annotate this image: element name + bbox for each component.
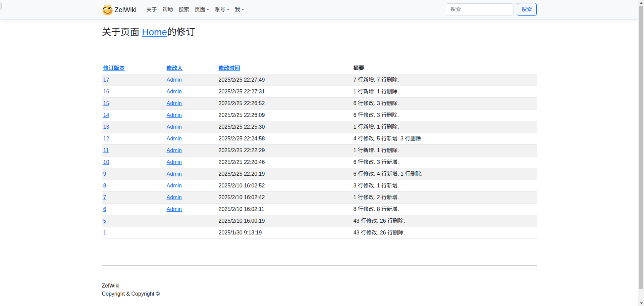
user-cell: Admin	[165, 74, 217, 86]
revision-cell: 8	[102, 180, 165, 191]
user-link[interactable]: Admin	[167, 89, 182, 94]
navbar-menu-item: 我	[232, 3, 247, 16]
revision-link[interactable]: 15	[103, 100, 109, 106]
revision-table: 修订版本 修改人 修改时间 摘要 17 Admin 2025/2/25 22:2…	[102, 62, 537, 239]
revision-row: 8 Admin 2025/2/10 16:02:52 3 行修改. 1 行新增.	[102, 180, 537, 191]
revision-row: 7 Admin 2025/2/10 16:02:42 1 行修改. 2 行新增.	[102, 191, 537, 203]
navbar-menu-item: 关于	[144, 3, 160, 16]
revision-link[interactable]: 7	[103, 194, 106, 200]
revision-link[interactable]: 8	[103, 183, 106, 188]
sort-by-time-link[interactable]: 修改时间	[219, 65, 240, 71]
page-title: 关于页面 Home的修订	[102, 27, 537, 38]
revision-link[interactable]: 9	[103, 171, 106, 177]
triangle-down-icon	[640, 302, 643, 304]
revision-cell: 6	[102, 203, 165, 215]
summary-cell: 7 行新增. 7 行删除.	[352, 74, 537, 86]
revision-link[interactable]: 13	[103, 124, 109, 130]
navbar-menu: 关于帮助搜索页面账号我	[144, 3, 446, 16]
user-cell	[165, 227, 217, 238]
user-cell: Admin	[165, 133, 217, 144]
user-cell: Admin	[165, 203, 217, 215]
revision-cell: 15	[102, 97, 165, 109]
revision-link[interactable]: 14	[103, 112, 109, 118]
user-link[interactable]: Admin	[167, 147, 182, 153]
brand-link[interactable]: ZelWiki	[102, 4, 137, 15]
nav-link[interactable]: 我	[232, 3, 247, 16]
caret-down-icon	[207, 9, 209, 10]
revision-row: 14 Admin 2025/2/25 22:26:09 6 行修改. 3 行删除…	[102, 109, 537, 121]
navbar-menu-item: 帮助	[160, 3, 176, 16]
user-cell: Admin	[165, 86, 217, 97]
search-button[interactable]: 搜索	[517, 3, 536, 16]
vertical-scrollbar[interactable]	[638, 0, 644, 306]
revision-cell: 5	[102, 215, 165, 227]
time-cell: 2025/2/25 22:20:19	[217, 168, 352, 180]
user-link[interactable]: Admin	[167, 124, 182, 130]
user-link[interactable]: Admin	[167, 112, 182, 118]
nav-link[interactable]: 账号	[212, 3, 232, 16]
user-link[interactable]: Admin	[167, 77, 182, 83]
revision-link[interactable]: 16	[103, 89, 109, 94]
time-cell: 2025/2/10 16:02:52	[217, 180, 352, 191]
revision-cell: 14	[102, 109, 165, 121]
user-link[interactable]: Admin	[167, 194, 182, 200]
scrollbar-down-button[interactable]	[638, 300, 644, 306]
time-cell: 2025/2/25 22:27:49	[217, 74, 352, 86]
revision-row: 9 Admin 2025/2/25 22:20:19 6 行修改. 4 行新增.…	[102, 168, 537, 180]
user-link[interactable]: Admin	[167, 171, 182, 177]
user-cell: Admin	[165, 168, 217, 180]
user-link[interactable]: Admin	[167, 159, 182, 165]
scrollbar-thumb[interactable]	[639, 6, 643, 289]
summary-cell: 4 行修改. 5 行新增. 3 行删除.	[352, 133, 537, 144]
brand-text: ZelWiki	[115, 5, 137, 15]
summary-cell: 6 行修改. 4 行新增. 1 行删除.	[352, 168, 537, 180]
time-cell: 2025/2/25 22:20:46	[217, 156, 352, 168]
revision-row: 5 2025/2/10 16:00:19 43 行修改. 26 行删除.	[102, 215, 537, 227]
nav-link[interactable]: 搜索	[176, 3, 192, 16]
page: ZelWiki 关于帮助搜索页面账号我 搜索 关于页面 Home的修订 修订版本…	[0, 0, 638, 306]
scrollbar-up-button[interactable]	[638, 0, 644, 6]
summary-cell: 43 行修改. 26 行删除.	[352, 215, 537, 227]
user-cell	[165, 215, 217, 227]
revision-link[interactable]: 17	[103, 77, 109, 83]
revision-row: 10 Admin 2025/2/25 22:20:46 6 行修改. 3 行新增…	[102, 156, 537, 168]
revision-link[interactable]: 12	[103, 136, 109, 141]
time-cell: 2025/2/10 16:02:11	[217, 203, 352, 215]
summary-cell: 6 行修改. 3 行新增.	[352, 156, 537, 168]
sort-by-revision-link[interactable]: 修订版本	[103, 65, 125, 71]
page-home-link[interactable]: Home	[142, 27, 167, 37]
summary-cell: 3 行修改. 1 行新增.	[352, 180, 537, 191]
summary-cell: 43 行修改. 26 行删除.	[352, 227, 537, 238]
footer-site-name: ZelWiki	[102, 282, 537, 290]
revision-cell: 10	[102, 156, 165, 168]
time-cell: 2025/2/25 22:22:29	[217, 144, 352, 156]
revision-link[interactable]: 10	[103, 159, 109, 165]
time-cell: 2025/2/10 16:00:19	[217, 215, 352, 227]
revision-cell: 1	[102, 227, 165, 238]
nav-link[interactable]: 关于	[144, 3, 160, 16]
nav-link[interactable]: 帮助	[160, 3, 176, 16]
time-cell: 2025/2/10 16:02:42	[217, 191, 352, 203]
revision-link[interactable]: 11	[103, 147, 109, 153]
nav-link[interactable]: 页面	[192, 3, 212, 16]
search-input[interactable]	[446, 3, 514, 15]
revision-row: 17 Admin 2025/2/25 22:27:49 7 行新增. 7 行删除…	[102, 74, 537, 86]
revision-link[interactable]: 5	[103, 218, 106, 224]
user-link[interactable]: Admin	[167, 136, 182, 141]
navbar-menu-item: 搜索	[176, 3, 192, 16]
summary-cell: 8 行修改. 8 行新增.	[352, 203, 537, 215]
navbar-search-form: 搜索	[446, 3, 536, 16]
summary-cell: 1 行修改. 2 行新增.	[352, 191, 537, 203]
time-cell: 2025/2/25 22:27:31	[217, 86, 352, 97]
user-link[interactable]: Admin	[167, 183, 182, 188]
summary-cell: 6 行修改. 3 行删除.	[352, 97, 537, 109]
footer: ZelWiki Copyright & Copyright ©	[0, 266, 638, 306]
caret-down-icon	[227, 9, 229, 10]
sort-by-user-link[interactable]: 修改人	[167, 65, 183, 71]
user-link[interactable]: Admin	[167, 206, 182, 212]
revision-link[interactable]: 6	[103, 206, 106, 212]
time-cell: 2025/2/25 22:26:09	[217, 109, 352, 121]
user-link[interactable]: Admin	[167, 100, 182, 106]
footer-copyright: Copyright & Copyright ©	[102, 290, 537, 298]
revision-link[interactable]: 1	[103, 230, 106, 235]
